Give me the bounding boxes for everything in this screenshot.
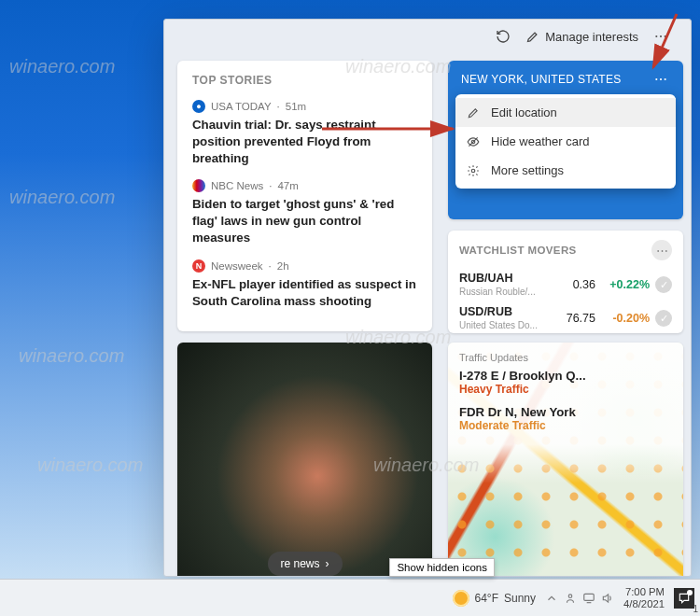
- menu-item-hide-weather[interactable]: Hide weather card: [455, 127, 676, 156]
- sun-icon: [453, 590, 469, 607]
- refresh-icon[interactable]: [494, 27, 512, 46]
- story-time: 2h: [277, 260, 289, 272]
- source-logo-newsweek: N: [192, 259, 205, 273]
- traffic-status: Heavy Traffic: [459, 383, 672, 396]
- eye-off-icon: [467, 135, 482, 148]
- ticker-pair: USD/RUB: [459, 305, 512, 318]
- ticker-price: 0.36: [553, 278, 595, 291]
- taskbar-weather[interactable]: 64°F Sunny: [453, 590, 537, 607]
- watchlist-card: WATCHLIST MOVERS ⋯ RUB/UAH Russian Roubl…: [448, 231, 683, 333]
- traffic-title: Traffic Updates: [459, 352, 672, 363]
- pencil-icon: [525, 30, 539, 44]
- network-icon[interactable]: [582, 592, 595, 605]
- menu-item-edit-location[interactable]: Edit location: [455, 98, 676, 127]
- ticker-pair: RUB/UAH: [459, 272, 513, 285]
- weather-context-menu: Edit location Hide weather card More set…: [455, 94, 676, 189]
- story-headline: Biden to target 'ghost guns' & 'red flag…: [192, 196, 417, 245]
- menu-item-more-settings[interactable]: More settings: [455, 156, 676, 185]
- story-source: NBC News: [211, 180, 263, 191]
- weather-card: NEW YORK, UNITED STATES Edit location Hi: [448, 61, 683, 219]
- svg-point-10: [568, 594, 572, 597]
- story-headline: Chauvin trial: Dr. says restraint positi…: [192, 117, 417, 166]
- tray-tooltip: Show hidden icons: [389, 558, 495, 577]
- taskbar: 64°F Sunny 7:00 PM 4/8/2021 1: [0, 579, 700, 616]
- ticker-price: 76.75: [553, 312, 595, 325]
- ticker-change: -0.20%: [595, 312, 650, 325]
- taskbar-date: 4/8/2021: [623, 598, 665, 610]
- ticker-row[interactable]: USD/RUB United States Do... 76.75 -0.20%…: [459, 301, 672, 333]
- svg-point-4: [660, 78, 662, 80]
- menu-item-label: Hide weather card: [491, 134, 590, 148]
- gear-icon: [467, 164, 482, 177]
- traffic-item: FDR Dr N, New York Moderate Traffic: [459, 405, 672, 432]
- story-time: 47m: [277, 180, 298, 191]
- story-headline: Ex-NFL player identified as suspect in S…: [192, 276, 417, 310]
- story-item[interactable]: NBC News · 47m Biden to target 'ghost gu…: [192, 179, 417, 245]
- ticker-sub: United States Do...: [459, 320, 538, 330]
- action-center-icon[interactable]: [674, 588, 694, 609]
- top-stories-title: TOP STORIES: [192, 74, 417, 87]
- traffic-item: I-278 E / Brooklyn Q... Heavy Traffic: [459, 369, 672, 396]
- watchlist-more-icon[interactable]: ⋯: [651, 240, 672, 260]
- traffic-road: FDR Dr N, New York: [459, 405, 672, 419]
- story-source: Newsweek: [211, 260, 263, 272]
- ticker-row[interactable]: RUB/UAH Russian Rouble/... 0.36 +0.22% ✓: [459, 268, 672, 301]
- more-news-label: re news: [280, 557, 319, 570]
- image-story-tile[interactable]: re news ›: [177, 343, 432, 577]
- watchlist-title: WATCHLIST MOVERS: [459, 245, 577, 256]
- menu-item-label: More settings: [491, 163, 564, 177]
- panel-more-icon[interactable]: [651, 27, 670, 46]
- panel-topbar: Manage interests: [164, 20, 691, 55]
- news-and-interests-flyout: Manage interests TOP STORIES ● USA TODAY…: [163, 19, 692, 577]
- traffic-card[interactable]: Traffic Updates I-278 E / Brooklyn Q... …: [448, 343, 683, 577]
- taskbar-cond: Sunny: [504, 592, 536, 605]
- svg-point-3: [655, 78, 657, 80]
- more-news-button[interactable]: re news ›: [267, 552, 342, 576]
- svg-point-5: [665, 78, 666, 80]
- notif-badge: 1: [693, 604, 698, 614]
- weather-more-icon[interactable]: [651, 70, 670, 89]
- system-tray: [545, 592, 614, 605]
- manage-interests-button[interactable]: Manage interests: [525, 30, 638, 44]
- ticker-sub: Russian Rouble/...: [459, 287, 536, 297]
- story-item[interactable]: ● USA TODAY · 51m Chauvin trial: Dr. say…: [192, 100, 417, 166]
- taskbar-time: 7:00 PM: [623, 586, 665, 598]
- pencil-icon: [467, 106, 482, 119]
- chevron-right-icon: ›: [326, 557, 329, 570]
- taskbar-clock[interactable]: 7:00 PM 4/8/2021: [623, 586, 665, 610]
- story-source: USA TODAY: [211, 101, 272, 112]
- taskbar-temp: 64°F: [475, 592, 498, 605]
- manage-interests-label: Manage interests: [545, 30, 638, 44]
- menu-item-label: Edit location: [491, 105, 557, 119]
- tray-chevron-up-icon[interactable]: [545, 592, 558, 605]
- source-logo-usa-today: ●: [192, 100, 205, 113]
- volume-icon[interactable]: [601, 592, 614, 605]
- story-time: 51m: [286, 101, 306, 112]
- source-logo-nbc: [192, 179, 205, 192]
- svg-point-1: [660, 35, 662, 37]
- people-icon[interactable]: [564, 592, 577, 605]
- check-icon[interactable]: ✓: [655, 276, 672, 293]
- traffic-road: I-278 E / Brooklyn Q...: [459, 369, 672, 383]
- svg-point-0: [655, 35, 657, 37]
- check-icon[interactable]: ✓: [655, 310, 672, 327]
- ticker-change: +0.22%: [595, 278, 650, 291]
- svg-point-2: [665, 35, 666, 37]
- svg-rect-11: [584, 594, 595, 600]
- traffic-status: Moderate Traffic: [459, 419, 672, 432]
- top-stories-card: TOP STORIES ● USA TODAY · 51m Chauvin tr…: [177, 61, 432, 331]
- weather-location: NEW YORK, UNITED STATES: [461, 73, 622, 86]
- svg-point-7: [471, 169, 475, 173]
- story-item[interactable]: N Newsweek · 2h Ex-NFL player identified…: [192, 259, 417, 310]
